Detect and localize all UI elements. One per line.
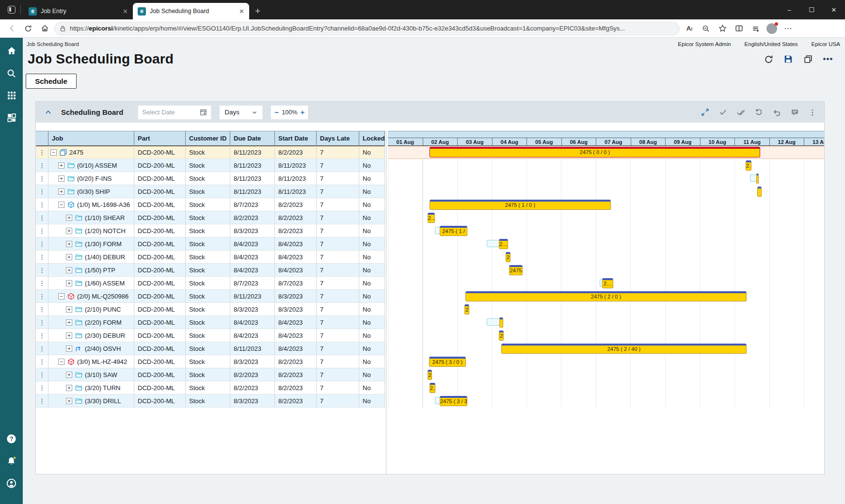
start-date-cell[interactable]: 8/2/2023 xyxy=(275,198,317,211)
locked-cell[interactable]: No xyxy=(359,355,385,368)
gantt-task-bar[interactable]: 2475 ( 1 / 0 ) xyxy=(430,200,611,210)
customer-id-cell[interactable]: Stock xyxy=(186,303,230,316)
expand-icon[interactable]: + xyxy=(58,175,64,182)
table-row[interactable]: ⋮+(2/40) OSVHDCD-200-MLStock8/11/20238/4… xyxy=(36,342,385,355)
start-date-cell[interactable]: 8/11/2023 xyxy=(275,172,317,185)
gantt-task-bar[interactable]: 2475 xyxy=(509,265,523,275)
table-row[interactable]: ⋮+(0/20) F-INSDCD-200-MLStock8/11/20238/… xyxy=(36,172,385,185)
browser-menu-icon[interactable]: ⋯ xyxy=(781,22,795,35)
window-maximize-button[interactable]: ☐ xyxy=(800,6,823,14)
locked-cell[interactable]: No xyxy=(359,224,385,237)
row-menu-icon[interactable]: ⋮ xyxy=(36,277,48,290)
start-date-cell[interactable]: 8/4/2023 xyxy=(275,329,317,342)
company-label[interactable]: Epicor USA xyxy=(812,41,840,47)
row-menu-icon[interactable]: ⋮ xyxy=(36,394,48,408)
due-date-cell[interactable]: 8/3/2023 xyxy=(230,224,275,237)
due-date-cell[interactable]: 8/11/2023 xyxy=(230,172,275,185)
job-cell[interactable]: +(3/10) SAW xyxy=(48,368,134,381)
job-cell[interactable]: +(0/30) SHIP xyxy=(48,185,134,198)
gantt-task-bar[interactable] xyxy=(757,187,762,197)
collapse-panel-icon[interactable] xyxy=(43,107,53,118)
start-date-cell[interactable]: 8/4/2023 xyxy=(275,237,317,251)
expand-icon[interactable]: + xyxy=(66,306,72,313)
start-date-cell[interactable]: 8/2/2023 xyxy=(275,211,317,224)
row-menu-icon[interactable]: ⋮ xyxy=(36,355,48,368)
part-cell[interactable]: DCD-200-ML xyxy=(134,290,186,303)
table-row[interactable]: ⋮−(2/0) ML-Q250986DCD-200-MLStock8/11/20… xyxy=(36,290,385,303)
due-date-cell[interactable]: 8/3/2023 xyxy=(230,355,275,368)
table-row[interactable]: ⋮+(1/20) NOTCHDCD-200-MLStock8/3/20238/2… xyxy=(36,224,385,237)
start-date-cell[interactable]: 8/11/2023 xyxy=(275,159,317,172)
accept-all-changes-icon[interactable] xyxy=(736,108,746,117)
apps-grid-icon[interactable] xyxy=(5,89,18,102)
job-cell[interactable]: +(2/40) OSVH xyxy=(48,342,134,355)
job-cell[interactable]: +(1/10) SHEAR xyxy=(48,211,134,224)
gantt-slack-block[interactable] xyxy=(487,318,501,326)
read-aloud-icon[interactable]: A) xyxy=(683,22,696,35)
part-cell[interactable]: DCD-200-ML xyxy=(134,146,186,159)
due-date-cell[interactable]: 8/11/2023 xyxy=(230,159,275,172)
days-late-cell[interactable]: 7 xyxy=(317,355,359,368)
locked-cell[interactable]: No xyxy=(359,394,385,408)
select-date-input[interactable] xyxy=(142,109,200,116)
collapse-icon[interactable]: − xyxy=(58,359,64,365)
expand-icon[interactable]: + xyxy=(66,346,72,352)
gantt-task-bar[interactable]: 2 xyxy=(499,331,504,341)
back-icon[interactable] xyxy=(5,22,18,35)
table-row[interactable]: ⋮+(0/30) SHIPDCD-200-MLStock8/11/20238/1… xyxy=(36,185,385,198)
start-date-cell[interactable]: 8/2/2023 xyxy=(275,381,317,394)
accept-change-icon[interactable] xyxy=(718,108,728,117)
gantt-task-bar[interactable] xyxy=(499,317,503,328)
home-icon[interactable] xyxy=(38,22,51,35)
current-user-label[interactable]: Epicor System Admin xyxy=(678,41,731,47)
job-cell[interactable]: −2475 xyxy=(48,146,134,159)
days-late-cell[interactable]: 7 xyxy=(317,277,359,290)
row-menu-icon[interactable]: ⋮ xyxy=(36,329,48,342)
start-date-cell[interactable]: 8/4/2023 xyxy=(275,342,317,355)
job-cell[interactable]: −(2/0) ML-Q250986 xyxy=(48,290,134,303)
days-late-cell[interactable]: 7 xyxy=(317,303,359,316)
expand-icon[interactable]: + xyxy=(58,162,64,169)
expand-board-icon[interactable] xyxy=(700,108,710,117)
part-cell[interactable]: DCD-200-ML xyxy=(134,329,186,342)
zoom-out-button[interactable]: − xyxy=(274,109,279,116)
customer-id-cell[interactable]: Stock xyxy=(186,198,230,211)
customer-id-cell[interactable]: Stock xyxy=(186,381,230,394)
expand-icon[interactable]: + xyxy=(66,398,72,404)
row-menu-icon[interactable]: ⋮ xyxy=(36,381,48,394)
address-bar[interactable]: https://epicorsi/kinetic/apps/erp/home/#… xyxy=(54,22,680,35)
start-date-cell[interactable]: 8/4/2023 xyxy=(275,316,317,329)
table-row[interactable]: ⋮+(3/10) SAWDCD-200-MLStock8/2/20238/2/2… xyxy=(36,368,385,381)
days-late-cell[interactable]: 7 xyxy=(317,146,359,159)
start-date-cell[interactable]: 8/2/2023 xyxy=(275,394,317,408)
gantt-task-bar[interactable]: 2 xyxy=(506,252,510,262)
row-menu-icon[interactable]: ⋮ xyxy=(36,146,48,159)
start-date-cell[interactable]: 8/2/2023 xyxy=(275,224,317,237)
locked-cell[interactable]: No xyxy=(359,316,385,329)
start-date-cell[interactable]: 8/3/2023 xyxy=(275,290,317,303)
locked-cell[interactable]: No xyxy=(359,159,385,172)
locked-cell[interactable]: No xyxy=(359,264,385,277)
part-cell[interactable]: DCD-200-ML xyxy=(134,303,186,316)
expand-icon[interactable]: + xyxy=(66,372,72,378)
job-cell[interactable]: +(1/60) ASSEM xyxy=(48,277,134,290)
table-row[interactable]: ⋮+(2/10) PUNCDCD-200-MLStock8/3/20238/3/… xyxy=(36,303,385,316)
column-header-customer-id[interactable]: Customer ID xyxy=(186,131,230,145)
job-cell[interactable]: +(0/20) F-INS xyxy=(48,172,134,185)
overflow-menu-icon[interactable]: ••• xyxy=(823,54,833,64)
schedule-button[interactable]: Schedule xyxy=(26,74,77,89)
part-cell[interactable]: DCD-200-ML xyxy=(134,277,186,290)
column-header-days-late[interactable]: Days Late xyxy=(317,131,359,145)
column-header-due-date[interactable]: Due Date xyxy=(230,131,275,145)
tab-actions-icon[interactable] xyxy=(8,6,16,14)
start-date-cell[interactable]: 8/2/2023 xyxy=(275,146,317,159)
gantt-task-bar[interactable]: 2… xyxy=(428,213,435,223)
due-date-cell[interactable]: 8/11/2023 xyxy=(230,146,275,159)
gantt-task-bar[interactable]: 2… xyxy=(602,278,613,288)
undo-all-icon[interactable] xyxy=(754,108,764,117)
copy-layout-icon[interactable] xyxy=(803,54,813,64)
row-menu-icon[interactable]: ⋮ xyxy=(36,290,48,303)
part-cell[interactable]: DCD-200-ML xyxy=(134,198,186,211)
start-date-cell[interactable]: 8/11/2023 xyxy=(275,185,317,198)
row-menu-icon[interactable]: ⋮ xyxy=(36,185,48,198)
